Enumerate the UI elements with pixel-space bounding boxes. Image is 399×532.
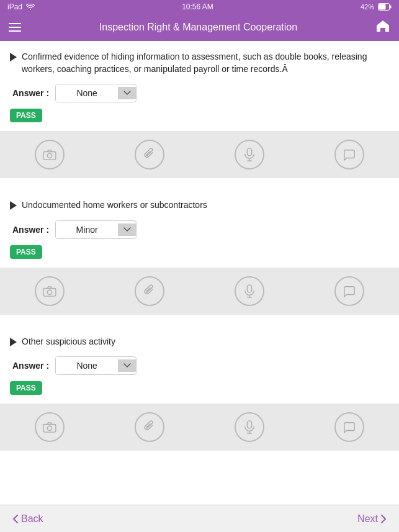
answer-label-1: Answer : xyxy=(12,88,49,98)
camera-button-2[interactable] xyxy=(35,276,65,306)
question-row-1: Confirmed evidence of hiding information… xyxy=(10,51,389,75)
answer-label-3: Answer : xyxy=(12,361,49,371)
media-toolbar-1 xyxy=(0,131,399,178)
triangle-icon-3 xyxy=(10,338,17,346)
question-block-2: Undocumented home workers or subcontract… xyxy=(0,189,399,268)
media-toolbar-2 xyxy=(0,268,399,315)
status-left: iPad xyxy=(7,2,35,11)
answer-select-3[interactable]: None xyxy=(55,356,137,375)
svg-rect-13 xyxy=(43,425,56,433)
content-area: Confirmed evidence of hiding information… xyxy=(0,41,399,505)
chat-button-1[interactable] xyxy=(334,140,364,169)
svg-rect-15 xyxy=(247,421,251,428)
answer-select-1[interactable]: None xyxy=(55,84,137,102)
answer-value-2: Minor xyxy=(56,221,118,238)
svg-rect-10 xyxy=(247,285,251,292)
top-nav: Inspection Right & Management Cooperatio… xyxy=(0,14,399,41)
back-button[interactable]: Back xyxy=(12,513,43,525)
svg-rect-8 xyxy=(43,288,56,296)
pass-badge-3: PASS xyxy=(10,381,42,395)
status-time: 10:56 AM xyxy=(182,2,213,11)
svg-rect-5 xyxy=(247,148,251,156)
dropdown-btn-1[interactable] xyxy=(118,87,136,99)
answer-row-2: Answer : Minor xyxy=(10,220,389,239)
question-block-1: Confirmed evidence of hiding information… xyxy=(0,41,399,131)
question-row-2: Undocumented home workers or subcontract… xyxy=(10,199,389,212)
answer-row-3: Answer : None xyxy=(10,356,389,375)
question-text-1: Confirmed evidence of hiding information… xyxy=(22,51,389,75)
answer-select-2[interactable]: Minor xyxy=(55,220,137,239)
pass-badge-2: PASS xyxy=(10,245,42,259)
spacer-1 xyxy=(0,178,399,189)
question-block-3: Other suspicious activity Answer : None … xyxy=(0,326,399,404)
attachment-button-3[interactable] xyxy=(135,412,164,442)
question-text-2: Undocumented home workers or subcontract… xyxy=(22,199,207,212)
next-label: Next xyxy=(357,513,378,525)
pass-badge-1: PASS xyxy=(10,109,42,122)
camera-button-1[interactable] xyxy=(35,140,65,169)
answer-value-3: None xyxy=(56,357,118,374)
answer-label-2: Answer : xyxy=(12,225,49,235)
home-button[interactable] xyxy=(375,19,390,35)
svg-rect-1 xyxy=(379,4,385,10)
chat-button-2[interactable] xyxy=(334,276,364,306)
triangle-icon-1 xyxy=(10,53,17,61)
battery-icon xyxy=(378,3,392,11)
dropdown-btn-2[interactable] xyxy=(118,223,136,236)
page-title: Inspection Right & Management Cooperatio… xyxy=(21,22,375,33)
media-toolbar-3 xyxy=(0,404,399,451)
svg-rect-3 xyxy=(43,152,56,160)
device-label: iPad xyxy=(7,2,22,11)
question-row-3: Other suspicious activity xyxy=(10,336,389,348)
svg-point-9 xyxy=(48,290,52,294)
triangle-icon-2 xyxy=(10,201,17,210)
microphone-button-3[interactable] xyxy=(235,412,264,442)
camera-button-3[interactable] xyxy=(35,412,65,442)
next-button[interactable]: Next xyxy=(357,513,387,525)
status-bar: iPad 10:56 AM 42% xyxy=(0,0,399,14)
menu-button[interactable] xyxy=(9,23,21,32)
bottom-spacer xyxy=(0,451,399,459)
svg-point-4 xyxy=(48,153,52,158)
attachment-button-1[interactable] xyxy=(135,140,164,169)
dropdown-btn-3[interactable] xyxy=(118,359,136,372)
answer-row-1: Answer : None xyxy=(10,84,389,102)
attachment-button-2[interactable] xyxy=(135,276,164,306)
answer-value-1: None xyxy=(56,84,118,102)
status-right: 42% xyxy=(361,3,392,11)
microphone-button-2[interactable] xyxy=(235,276,264,306)
svg-point-14 xyxy=(48,426,52,431)
svg-rect-2 xyxy=(390,6,392,9)
wifi-icon xyxy=(26,4,35,10)
chat-button-3[interactable] xyxy=(334,412,364,442)
question-text-3: Other suspicious activity xyxy=(22,336,115,348)
battery-label: 42% xyxy=(361,3,374,11)
spacer-2 xyxy=(0,315,399,326)
microphone-button-1[interactable] xyxy=(235,140,264,169)
bottom-nav: Back Next xyxy=(0,505,399,532)
back-label: Back xyxy=(21,513,43,525)
